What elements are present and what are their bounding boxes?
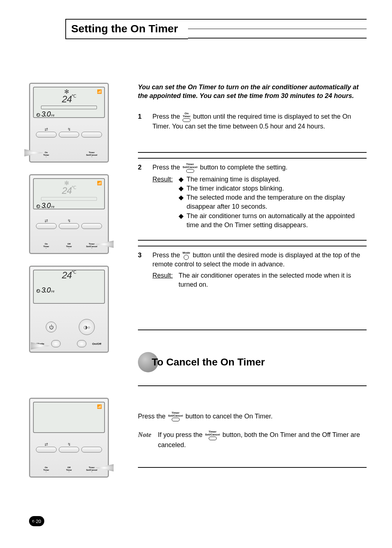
- page: Setting the On Timer ✻ 📶 24℃ ⏲ 3.0: [0, 0, 392, 548]
- cancel-line: Press the Timer Set/Cancel button to can…: [138, 412, 367, 422]
- remote-screen: ✻ 📶: [33, 402, 105, 433]
- timer-value: 3.0: [41, 110, 50, 118]
- sound-icon: 📶: [97, 89, 102, 94]
- bar-icon: [41, 197, 97, 201]
- temp-readout: 24℃: [36, 94, 102, 105]
- note-row: Note If you press the Timer Set/Cancel b…: [138, 430, 367, 450]
- remote-screen: ✻ 📶 24℃ ⏲ 3.0 Hr: [33, 87, 105, 118]
- result-list: ◆The remaining time is displayed. ◆The t…: [179, 175, 367, 230]
- diamond-bullet-icon: ◆: [179, 193, 184, 211]
- remote-screen: ✻ 📶 24℃ ⏲ 3.0 Hr: [33, 178, 105, 209]
- set-cancel-button-icon: [91, 156, 92, 157]
- remote-diagram-3: 24℃ ⏲ 3.0 Hr ⏻ ◑⟐ Mode: [29, 266, 109, 353]
- set-cancel-inline-button: Timer Set/Cancel: [183, 163, 197, 173]
- step-text-pre: Press the: [152, 251, 182, 259]
- diamond-bullet-icon: ◆: [179, 184, 184, 193]
- result-item: The air conditioner turns on automatical…: [187, 212, 367, 230]
- step-text-pre: Press the: [152, 113, 182, 120]
- note-label: Note: [138, 430, 151, 450]
- step-number: 3: [138, 251, 145, 269]
- separator: [138, 158, 367, 159]
- cancel-section: To Cancel the On Timer Press the Timer S…: [138, 352, 367, 468]
- fan-button: ↯: [59, 223, 79, 229]
- timer-on-icon: ⏲: [36, 288, 41, 294]
- timer-on-icon: ⏲: [36, 204, 41, 209]
- remote-diagram-1: ✻ 📶 24℃ ⏲ 3.0 Hr ⇄ ↯: [29, 83, 109, 163]
- pill-icon: [186, 169, 194, 173]
- bar-icon: [41, 106, 97, 109]
- pill-icon: [183, 118, 191, 122]
- pill-icon: [172, 418, 180, 421]
- temp-readout: 24℃: [36, 185, 102, 196]
- step-2: 2 Press the Timer Set/Cancel button to c…: [138, 163, 367, 241]
- on-timer-inline-button: On Timer: [183, 112, 191, 122]
- diagram-column: ✻ 📶 24℃ ⏲ 3.0 Hr ⇄ ↯: [29, 83, 116, 478]
- fan-button: ↯: [59, 447, 79, 453]
- step-number: 2: [138, 163, 145, 173]
- page-number-badge: E-20: [29, 516, 44, 526]
- sound-icon: 📶: [97, 404, 102, 409]
- cancel-title: To Cancel the On Timer: [152, 356, 265, 368]
- pill-icon: [209, 437, 217, 440]
- swing-button: ⇄: [36, 447, 57, 453]
- circle-icon: [184, 255, 189, 260]
- timer-unit: Hr: [51, 290, 55, 293]
- diamond-bullet-icon: ◆: [179, 175, 184, 184]
- onoff-button-icon: [77, 340, 86, 347]
- text-column: You can set the On Timer to turn on the …: [138, 83, 367, 478]
- intro-text: You can set the On Timer to turn on the …: [138, 83, 367, 101]
- result-item: The remaining time is displayed.: [187, 175, 280, 184]
- result-text: The air conditioner operates in the sele…: [179, 271, 367, 289]
- power-button-icon: ⏻: [46, 322, 57, 332]
- blank-button: [81, 223, 102, 229]
- timer-on-icon: ⏲: [36, 112, 41, 118]
- result-item: The timer indicator stops blinking.: [187, 184, 284, 193]
- dial-button-icon: ◑⟐: [79, 319, 95, 335]
- remote-screen: 24℃ ⏲ 3.0 Hr: [33, 270, 105, 304]
- timer-value: 3.0: [41, 286, 50, 294]
- step-1: 1 Press the On Timer button until the re…: [138, 112, 367, 153]
- diamond-bullet-icon: ◆: [179, 212, 184, 230]
- content-columns: ✻ 📶 24℃ ⏲ 3.0 Hr ⇄ ↯: [29, 83, 367, 478]
- swing-button: ⇄: [36, 132, 57, 138]
- set-cancel-inline-button: Timer Set/Cancel: [168, 412, 183, 421]
- set-cancel-stack: TimerSet/Cancel: [81, 151, 102, 157]
- remote-diagram-cancel: ✻ 📶 ⇄ ↯ OnTimer OffTimer TimerSet/Cancel: [29, 398, 109, 478]
- title-rail: [188, 19, 367, 38]
- separator: [138, 246, 367, 246]
- mode-inline-button: Mode: [183, 251, 190, 260]
- note-text: If you press the Timer Set/Cancel button…: [158, 430, 367, 450]
- on-timer-button-icon: [46, 156, 46, 157]
- result-label: Result:: [152, 271, 173, 289]
- step-text-pre: Press the: [152, 164, 182, 171]
- step-number: 1: [138, 112, 145, 131]
- title-row: Setting the On Timer: [65, 19, 367, 39]
- mode-button-icon: [51, 340, 61, 347]
- timer-value: 3.0: [41, 201, 50, 210]
- result-item: The selected mode and the temperature on…: [187, 193, 367, 211]
- page-title: Setting the On Timer: [65, 19, 188, 39]
- swing-button: ⇄: [36, 223, 57, 229]
- timer-unit: Hr: [51, 205, 55, 209]
- onoff-label: On/Off: [92, 342, 101, 345]
- result-label: Result:: [152, 175, 173, 230]
- set-cancel-inline-button: Timer Set/Cancel: [205, 430, 220, 440]
- blank-button: [81, 132, 102, 138]
- temp-readout: 24℃: [36, 270, 102, 281]
- timer-unit: Hr: [51, 114, 55, 117]
- blank-button: [81, 447, 102, 453]
- step-3: 3 Press the Mode button until the desire…: [138, 251, 367, 330]
- fan-button: ↯: [59, 132, 79, 138]
- step-text-post: button to complete the setting.: [200, 164, 287, 171]
- remote-diagram-2: ✻ 📶 24℃ ⏲ 3.0 Hr ⇄ ↯: [29, 174, 109, 254]
